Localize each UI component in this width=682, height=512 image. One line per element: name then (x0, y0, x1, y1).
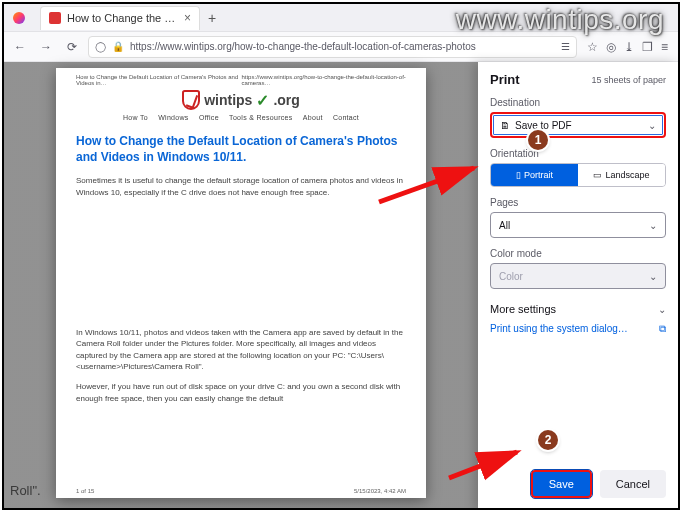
paragraph-3: However, if you have run out of disk spa… (76, 381, 406, 404)
account-icon[interactable]: ◎ (606, 40, 616, 54)
check-icon: ✓ (256, 91, 269, 110)
tab-strip: How to Change the Default Lo × + (4, 4, 678, 32)
extensions-icon[interactable]: ❐ (642, 40, 653, 54)
site-logo: wintips✓.org (182, 90, 300, 110)
reload-button[interactable]: ⟳ (62, 40, 82, 54)
pages-label: Pages (490, 197, 666, 208)
page-header-left: How to Change the Default Location of Ca… (76, 74, 241, 86)
portrait-label: Portrait (524, 170, 553, 180)
chevron-down-icon: ⌄ (649, 220, 657, 231)
close-tab-icon[interactable]: × (184, 11, 191, 25)
pages-value: All (499, 220, 510, 231)
destination-value: Save to PDF (515, 120, 572, 131)
firefox-logo-icon (4, 12, 34, 24)
screenshot-frame: How to Change the Default Lo × + ← → ⟳ ◯… (2, 2, 680, 510)
color-value: Color (499, 271, 523, 282)
page-footer-right: 5/15/2023, 4:42 AM (354, 488, 406, 494)
color-label: Color mode (490, 248, 666, 259)
more-settings[interactable]: More settings ⌄ (490, 303, 666, 315)
print-preview-area: How to Change the Default Location of Ca… (4, 62, 478, 510)
url-text: https://www.wintips.org/how-to-change-th… (130, 41, 555, 52)
color-select: Color ⌄ (490, 263, 666, 289)
more-settings-label: More settings (490, 303, 556, 315)
orientation-landscape[interactable]: ▭Landscape (578, 164, 665, 186)
portrait-icon: ▯ (516, 170, 521, 180)
destination-label: Destination (490, 97, 666, 108)
toolbar-icons: ☆ ◎ ⤓ ❐ ≡ (583, 40, 672, 54)
pages-select[interactable]: All ⌄ (490, 212, 666, 238)
site-name: wintips (204, 92, 252, 108)
bookmark-icon[interactable]: ☆ (587, 40, 598, 54)
system-dialog-label: Print using the system dialog… (490, 323, 628, 335)
article-title: How to Change the Default Location of Ca… (76, 133, 406, 165)
menu-contact: Contact (333, 114, 359, 121)
orientation-segmented: ▯Portrait ▭Landscape (490, 163, 666, 187)
callout-badge-2: 2 (538, 430, 558, 450)
menu-office: Office (199, 114, 219, 121)
browser-toolbar: ← → ⟳ ◯ 🔒 https://www.wintips.org/how-to… (4, 32, 678, 62)
browser-tab[interactable]: How to Change the Default Lo × (40, 6, 200, 30)
orientation-portrait[interactable]: ▯Portrait (491, 164, 578, 186)
orientation-label: Orientation (490, 148, 666, 159)
main-area: Roll". How to Change the Default Locatio… (4, 62, 678, 510)
shield-icon: ◯ (95, 41, 106, 52)
sheet-count: 15 sheets of paper (591, 75, 666, 85)
print-panel: Print 15 sheets of paper Destination 🗎Sa… (478, 62, 678, 510)
save-button[interactable]: Save (531, 470, 592, 498)
cancel-button[interactable]: Cancel (600, 470, 666, 498)
favicon-icon (49, 12, 61, 24)
new-tab-button[interactable]: + (208, 10, 216, 26)
lock-icon: 🔒 (112, 41, 124, 52)
back-button[interactable]: ← (10, 40, 30, 54)
landscape-icon: ▭ (593, 170, 602, 180)
landscape-label: Landscape (605, 170, 649, 180)
preview-page: How to Change the Default Location of Ca… (56, 68, 426, 498)
shield-logo-icon (182, 90, 200, 110)
site-menu: How To Windows Office Tools & Resources … (76, 114, 406, 121)
tab-title: How to Change the Default Lo (67, 12, 178, 24)
paragraph-1: Sometimes it is useful to change the def… (76, 175, 406, 198)
destination-select[interactable]: 🗎Save to PDF ⌄ (490, 112, 666, 138)
callout-badge-1: 1 (528, 130, 548, 150)
paragraph-2: In Windows 10/11, photos and videos take… (76, 327, 406, 373)
menu-about: About (303, 114, 323, 121)
panel-title: Print (490, 72, 520, 87)
reader-icon[interactable]: ☰ (561, 41, 570, 52)
menu-tools: Tools & Resources (229, 114, 292, 121)
chevron-down-icon: ⌄ (648, 120, 656, 131)
download-icon[interactable]: ⤓ (624, 40, 634, 54)
pdf-icon: 🗎 (500, 120, 510, 131)
menu-howto: How To (123, 114, 148, 121)
menu-windows: Windows (158, 114, 189, 121)
page-footer-left: 1 of 15 (76, 488, 94, 494)
external-link-icon: ⧉ (659, 323, 666, 335)
system-dialog-link[interactable]: Print using the system dialog… ⧉ (490, 323, 666, 335)
app-menu-icon[interactable]: ≡ (661, 40, 668, 54)
chevron-down-icon: ⌄ (658, 304, 666, 315)
chevron-down-icon: ⌄ (649, 271, 657, 282)
address-bar[interactable]: ◯ 🔒 https://www.wintips.org/how-to-chang… (88, 36, 577, 58)
site-tld: .org (273, 92, 299, 108)
forward-button[interactable]: → (36, 40, 56, 54)
page-header-right: https://www.wintips.org/how-to-change-th… (241, 74, 406, 86)
